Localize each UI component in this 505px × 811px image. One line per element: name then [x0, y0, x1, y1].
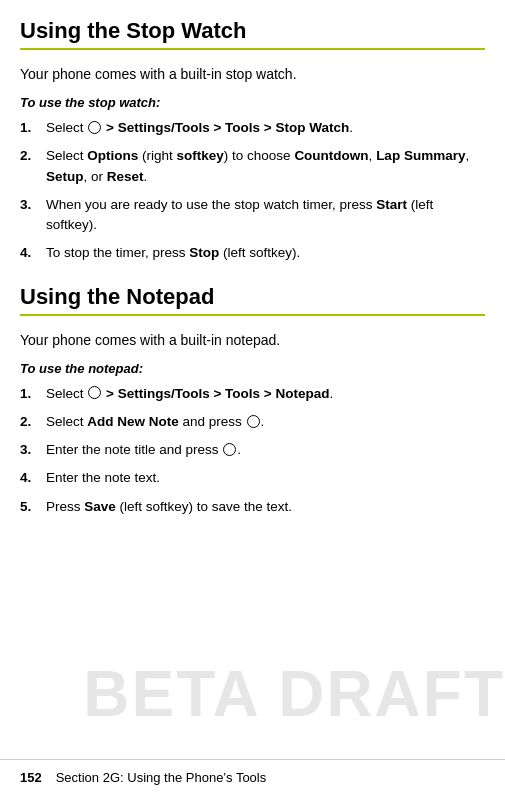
notepad-step-3-content: Enter the note title and press .	[46, 440, 485, 460]
notepad-section: Using the Notepad Your phone comes with …	[20, 284, 485, 517]
step-number-3: 3.	[20, 195, 42, 215]
notepad-step-number-2: 2.	[20, 412, 42, 432]
stopwatch-step-3: 3. When you are ready to use the stop wa…	[20, 195, 485, 236]
notepad-step-1-path: > Settings/Tools > Tools > Notepad	[106, 386, 329, 401]
notepad-step-5-content: Press Save (left softkey) to save the te…	[46, 497, 485, 517]
step-number-2: 2.	[20, 146, 42, 166]
menu-icon-1	[88, 121, 101, 134]
notepad-step-5: 5. Press Save (left softkey) to save the…	[20, 497, 485, 517]
notepad-step-1-content: Select > Settings/Tools > Tools > Notepa…	[46, 384, 485, 404]
notepad-label: To use the notepad:	[20, 361, 485, 376]
notepad-step-1: 1. Select > Settings/Tools > Tools > Not…	[20, 384, 485, 404]
notepad-step-2: 2. Select Add New Note and press .	[20, 412, 485, 432]
step-4-content: To stop the timer, press Stop (left soft…	[46, 243, 485, 263]
step-2-softkey: softkey	[177, 148, 224, 163]
menu-icon-3	[247, 415, 260, 428]
step-2-content: Select Options (right softkey) to choose…	[46, 146, 485, 187]
step-1-path: > Settings/Tools > Tools > Stop Watch	[106, 120, 349, 135]
stopwatch-step-1: 1. Select > Settings/Tools > Tools > Sto…	[20, 118, 485, 138]
step-3-start: Start	[376, 197, 407, 212]
step-2-options: Options	[87, 148, 138, 163]
notepad-steps: 1. Select > Settings/Tools > Tools > Not…	[20, 384, 485, 517]
notepad-step-4-content: Enter the note text.	[46, 468, 485, 488]
stopwatch-section: Using the Stop Watch Your phone comes wi…	[20, 18, 485, 264]
step-number-1: 1.	[20, 118, 42, 138]
stopwatch-step-4: 4. To stop the timer, press Stop (left s…	[20, 243, 485, 263]
notepad-step-number-4: 4.	[20, 468, 42, 488]
step-1-content: Select > Settings/Tools > Tools > Stop W…	[46, 118, 485, 138]
step-2-reset: Reset	[107, 169, 144, 184]
footer-section-label: Section 2G: Using the Phone’s Tools	[56, 770, 267, 785]
notepad-step-5-save: Save	[84, 499, 116, 514]
stopwatch-step-2: 2. Select Options (right softkey) to cho…	[20, 146, 485, 187]
stopwatch-intro: Your phone comes with a built-in stop wa…	[20, 64, 485, 85]
step-4-stop: Stop	[189, 245, 219, 260]
step-2-setup: Setup	[46, 169, 84, 184]
stopwatch-label: To use the stop watch:	[20, 95, 485, 110]
page-content: Using the Stop Watch Your phone comes wi…	[0, 0, 505, 547]
menu-icon-4	[223, 443, 236, 456]
step-3-content: When you are ready to use the stop watch…	[46, 195, 485, 236]
notepad-title: Using the Notepad	[20, 284, 485, 316]
notepad-step-4: 4. Enter the note text.	[20, 468, 485, 488]
stopwatch-title: Using the Stop Watch	[20, 18, 485, 50]
notepad-step-number-1: 1.	[20, 384, 42, 404]
beta-draft-watermark: BETA DRAFT	[83, 657, 505, 731]
step-2-countdown: Countdown	[294, 148, 368, 163]
menu-icon-2	[88, 386, 101, 399]
notepad-step-3: 3. Enter the note title and press .	[20, 440, 485, 460]
notepad-step-2-content: Select Add New Note and press .	[46, 412, 485, 432]
stopwatch-steps: 1. Select > Settings/Tools > Tools > Sto…	[20, 118, 485, 264]
page-footer: 152 Section 2G: Using the Phone’s Tools	[0, 759, 505, 795]
footer-page-number: 152	[20, 770, 42, 785]
notepad-step-number-5: 5.	[20, 497, 42, 517]
notepad-step-number-3: 3.	[20, 440, 42, 460]
notepad-step-2-addnew: Add New Note	[87, 414, 179, 429]
step-2-lapsummary: Lap Summary	[376, 148, 465, 163]
step-number-4: 4.	[20, 243, 42, 263]
notepad-intro: Your phone comes with a built-in notepad…	[20, 330, 485, 351]
